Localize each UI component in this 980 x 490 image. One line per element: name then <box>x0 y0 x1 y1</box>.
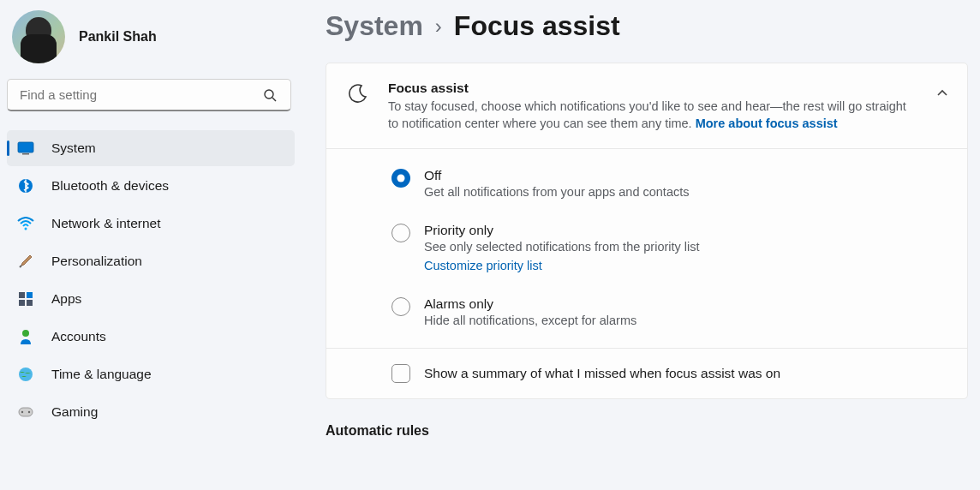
moon-icon <box>347 82 369 108</box>
radio-button[interactable] <box>391 169 410 188</box>
search-icon <box>261 87 278 104</box>
radio-option-priority-only[interactable]: Priority only See only selected notifica… <box>391 223 948 272</box>
sidebar-item-bluetooth[interactable]: Bluetooth & devices <box>7 168 295 204</box>
sidebar: Pankil Shah System Bluetooth & devices <box>0 0 298 490</box>
svg-rect-3 <box>22 153 29 155</box>
svg-rect-12 <box>19 408 33 416</box>
checkbox[interactable] <box>391 364 410 383</box>
svg-point-13 <box>21 411 23 413</box>
sidebar-item-system[interactable]: System <box>7 130 295 166</box>
search-box[interactable] <box>7 79 291 111</box>
main-content: System › Focus assist Focus assist To st… <box>298 0 980 490</box>
sidebar-item-gaming[interactable]: Gaming <box>7 394 295 430</box>
chevron-up-icon <box>936 86 948 101</box>
card-header-text: Focus assist To stay focused, choose whi… <box>388 81 917 133</box>
person-icon <box>17 328 34 345</box>
more-about-link[interactable]: More about focus assist <box>696 117 838 130</box>
nav-list: System Bluetooth & devices Network & int… <box>7 130 295 430</box>
radio-description: Hide all notifications, except for alarm… <box>424 314 636 327</box>
breadcrumb: System › Focus assist <box>326 10 968 42</box>
svg-rect-8 <box>19 300 25 306</box>
chevron-right-icon: › <box>435 15 442 39</box>
sidebar-item-accounts[interactable]: Accounts <box>7 319 295 355</box>
sidebar-item-apps[interactable]: Apps <box>7 281 295 317</box>
user-profile[interactable]: Pankil Shah <box>7 10 295 79</box>
svg-point-11 <box>19 368 33 381</box>
radio-button[interactable] <box>391 224 410 242</box>
customize-priority-link[interactable]: Customize priority list <box>424 259 700 272</box>
radio-label: Priority only <box>424 223 700 238</box>
radio-label: Alarms only <box>424 296 636 312</box>
sidebar-item-time-language[interactable]: Time & language <box>7 356 295 392</box>
page-title: Focus assist <box>454 10 620 42</box>
svg-rect-9 <box>27 300 33 306</box>
svg-point-5 <box>25 228 27 230</box>
wifi-icon <box>17 215 34 232</box>
svg-line-1 <box>272 98 276 101</box>
sidebar-item-label: Accounts <box>51 329 106 344</box>
sidebar-item-label: Bluetooth & devices <box>51 178 169 194</box>
radio-button[interactable] <box>391 297 410 316</box>
sidebar-item-personalization[interactable]: Personalization <box>7 243 295 279</box>
display-icon <box>17 140 34 157</box>
svg-point-0 <box>265 90 273 99</box>
card-header[interactable]: Focus assist To stay focused, choose whi… <box>326 63 967 148</box>
checkbox-label: Show a summary of what I missed when foc… <box>424 366 780 381</box>
svg-point-10 <box>22 330 29 337</box>
paintbrush-icon <box>17 253 34 270</box>
bluetooth-icon <box>17 177 34 194</box>
avatar <box>12 10 65 63</box>
focus-assist-card: Focus assist To stay focused, choose whi… <box>326 63 968 399</box>
svg-rect-2 <box>18 142 33 152</box>
globe-icon <box>17 366 34 383</box>
svg-rect-6 <box>19 292 25 298</box>
user-name: Pankil Shah <box>79 29 157 45</box>
sidebar-item-label: System <box>51 140 96 156</box>
apps-icon <box>17 290 34 308</box>
sidebar-item-label: Network & internet <box>51 216 161 231</box>
breadcrumb-parent[interactable]: System <box>326 10 423 42</box>
sidebar-item-label: Time & language <box>51 367 152 382</box>
focus-assist-options: Off Get all notifications from your apps… <box>326 148 967 348</box>
radio-description: See only selected notifications from the… <box>424 240 700 254</box>
sidebar-item-label: Apps <box>51 291 81 307</box>
svg-point-14 <box>28 411 30 413</box>
section-title-automatic-rules: Automatic rules <box>326 423 968 439</box>
radio-option-off[interactable]: Off Get all notifications from your apps… <box>391 168 948 199</box>
svg-rect-7 <box>27 292 33 298</box>
sidebar-item-label: Personalization <box>51 254 142 269</box>
gamepad-icon <box>17 403 34 421</box>
search-input[interactable] <box>20 87 261 102</box>
radio-option-alarms-only[interactable]: Alarms only Hide all notifications, exce… <box>391 296 948 327</box>
card-title: Focus assist <box>388 81 917 96</box>
card-description: To stay focused, choose which notificati… <box>388 98 917 133</box>
radio-description: Get all notifications from your apps and… <box>424 185 690 199</box>
radio-label: Off <box>424 168 690 183</box>
summary-checkbox-row[interactable]: Show a summary of what I missed when foc… <box>326 348 967 398</box>
sidebar-item-network[interactable]: Network & internet <box>7 206 295 242</box>
sidebar-item-label: Gaming <box>51 404 98 420</box>
